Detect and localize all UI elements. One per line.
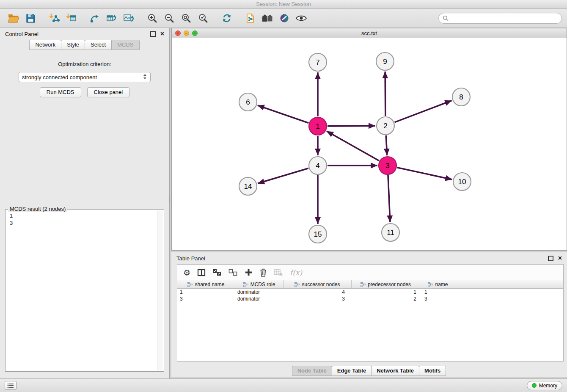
select-all-button[interactable] [212, 267, 222, 279]
edge-4-14[interactable] [258, 168, 308, 184]
tab-node-table[interactable]: Node Table [292, 366, 332, 376]
vertical-splitter-handle[interactable] [169, 196, 172, 203]
table-cell: 3 [420, 295, 456, 302]
zoom-out-icon [164, 13, 174, 23]
svg-text:8: 8 [459, 93, 463, 101]
refresh-network-button[interactable] [218, 10, 235, 26]
annotations-button[interactable] [276, 10, 293, 26]
edge-2-3[interactable] [386, 135, 387, 155]
search-input[interactable] [451, 15, 558, 22]
node-4[interactable]: 4 [309, 157, 327, 174]
show-graphics-details-button[interactable] [293, 10, 310, 26]
attribute-icon [428, 282, 433, 287]
edge-3-10[interactable] [397, 168, 452, 179]
table-row[interactable]: 1dominator411 [177, 289, 563, 295]
edge-1-6[interactable] [258, 105, 309, 123]
tab-select[interactable]: Select [85, 40, 112, 50]
column-header-successor-nodes[interactable]: successor nodes [284, 280, 352, 288]
criterion-select[interactable]: strongly connected component [19, 72, 151, 82]
column-header-name[interactable]: name [420, 280, 456, 288]
tab-network[interactable]: Network [29, 40, 61, 50]
run-mcds-button[interactable]: Run MCDS [40, 87, 81, 97]
delete-column-button[interactable] [259, 267, 267, 279]
window-title: Session: New Session [256, 1, 311, 7]
home-button[interactable] [259, 10, 276, 26]
network-window-title: scc.txt [172, 30, 567, 36]
save-session-button[interactable] [22, 10, 39, 26]
mcds-result-group: MCDS result (2 nodes) 13 [5, 209, 164, 372]
node-3[interactable]: 3 [379, 157, 396, 174]
node-8[interactable]: 8 [452, 88, 470, 106]
node-10[interactable]: 10 [453, 173, 471, 190]
node-1[interactable]: 1 [309, 117, 327, 135]
node-15[interactable]: 15 [309, 225, 327, 243]
export-image-button[interactable] [120, 10, 137, 26]
table-settings-button[interactable]: ⚙ [183, 267, 190, 279]
tab-style[interactable]: Style [61, 40, 85, 50]
table-cell: 1 [420, 289, 456, 295]
network-canvas-svg[interactable]: 7968124314101511 [172, 38, 567, 250]
tab-mcds[interactable]: MCDS [111, 40, 139, 50]
import-table-from-file-button[interactable] [63, 10, 80, 26]
result-line: 1 [10, 212, 157, 219]
add-column-button[interactable] [245, 267, 253, 279]
new-network-button[interactable] [86, 10, 103, 26]
eye-icon [296, 14, 307, 22]
node-table-container: ⚙ f(x) shared nameMCDS rolesuccessor nod [177, 264, 564, 362]
task-history-button[interactable] [5, 381, 17, 390]
gear-icon: ⚙ [183, 268, 190, 277]
maximize-window-icon[interactable]: + [192, 30, 198, 36]
close-table-panel-icon[interactable]: × [558, 256, 562, 261]
column-header-predecessor-nodes[interactable]: predecessor nodes [352, 280, 420, 288]
svg-text:6: 6 [246, 98, 250, 106]
zoom-fit-button[interactable] [178, 10, 195, 26]
close-panel-icon[interactable]: × [160, 31, 164, 36]
save-icon [26, 14, 36, 23]
table-row[interactable]: 3dominator323 [177, 295, 563, 302]
attribute-icon [243, 282, 248, 287]
edge-2-9[interactable] [385, 72, 385, 116]
tab-edge-table[interactable]: Edge Table [332, 366, 372, 376]
tab-network-table[interactable]: Network Table [371, 366, 419, 376]
select-all-icon [212, 269, 222, 276]
node-11[interactable]: 11 [382, 224, 399, 241]
edge-3-11[interactable] [388, 175, 390, 222]
node-14[interactable]: 14 [239, 177, 257, 195]
share-document-button[interactable] [242, 10, 259, 26]
minimize-window-icon[interactable]: – [184, 30, 189, 36]
show-columns-button[interactable] [197, 267, 206, 279]
search-box[interactable] [438, 13, 562, 24]
svg-text:11: 11 [387, 229, 394, 237]
svg-text:14: 14 [244, 182, 252, 190]
close-panel-button[interactable]: Close panel [87, 87, 130, 97]
node-2[interactable]: 2 [377, 117, 394, 135]
network-canvas[interactable]: 7968124314101511 [172, 38, 567, 250]
column-header-shared-name[interactable]: shared name [177, 280, 235, 288]
memory-button[interactable]: Memory [527, 381, 562, 390]
node-6[interactable]: 6 [239, 93, 257, 111]
result-line: 3 [10, 219, 157, 226]
import-network-from-file-button[interactable] [46, 10, 63, 26]
zoom-out-button[interactable] [161, 10, 178, 26]
result-scrollbar[interactable] [157, 210, 163, 370]
svg-text:4: 4 [316, 162, 319, 170]
clone-network-button[interactable] [103, 10, 120, 26]
network-window-titlebar: scc.txt × – + [172, 28, 567, 38]
criterion-select-value: strongly connected component [22, 74, 97, 80]
edge-2-8[interactable] [395, 101, 452, 122]
zoom-in-button[interactable] [144, 10, 161, 26]
svg-text:7: 7 [316, 58, 319, 66]
edge-1-2[interactable] [328, 126, 375, 126]
open-session-button[interactable] [5, 10, 22, 26]
column-header-mcds-role[interactable]: MCDS role [235, 280, 284, 288]
float-table-panel-icon[interactable] [548, 256, 553, 261]
float-panel-icon[interactable] [150, 31, 156, 37]
edge-3-1[interactable] [327, 131, 379, 161]
node-9[interactable]: 9 [376, 52, 394, 70]
close-window-icon[interactable]: × [175, 30, 181, 36]
tab-motifs[interactable]: Motifs [419, 366, 446, 376]
control-panel-header: Control Panel × [0, 28, 169, 40]
node-7[interactable]: 7 [309, 53, 327, 71]
deselect-all-button[interactable] [228, 267, 238, 279]
zoom-selected-button[interactable] [195, 10, 212, 26]
